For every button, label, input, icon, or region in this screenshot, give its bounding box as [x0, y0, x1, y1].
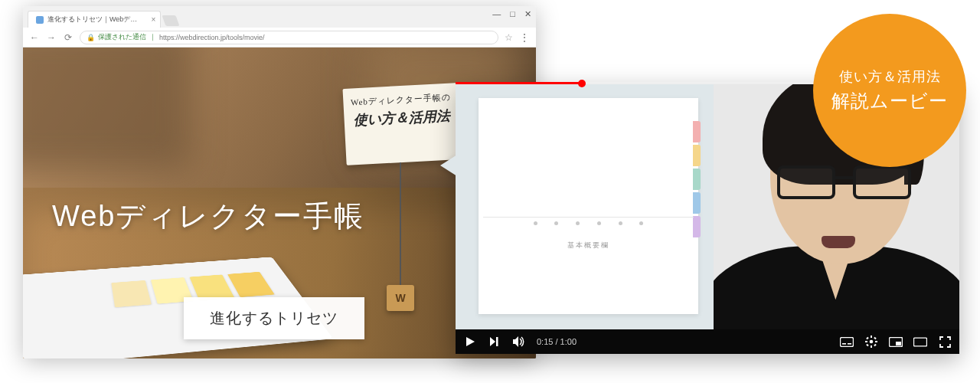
video-progress-played [456, 82, 582, 84]
url-field[interactable]: 🔒 保護された通信 ｜ https://webdirection.jp/tool… [80, 31, 498, 44]
memo-card: Webディレクター手帳の 使い方＆活用法 [342, 83, 461, 165]
page-divider [483, 217, 694, 218]
planner-tab [693, 216, 701, 237]
browser-titlebar: 進化するトリセツ｜Webデ… × — □ ✕ [23, 6, 536, 28]
settings-gear-icon[interactable] [864, 336, 878, 348]
theater-icon[interactable] [913, 337, 927, 347]
svg-rect-5 [842, 343, 846, 345]
lock-icon: 🔒 [87, 34, 95, 41]
promo-badge: 使い方＆活用法 解説ムービー [813, 14, 966, 167]
video-time: 0:15 / 1:00 [537, 337, 577, 346]
planner-tab [693, 145, 701, 166]
nav-forward-icon[interactable]: → [46, 32, 57, 43]
memo-card-line2: 使い方＆活用法 [350, 104, 453, 132]
nav-back-icon[interactable]: ← [29, 32, 40, 43]
planner-section-label: 基本概要欄 [479, 241, 698, 250]
play-icon[interactable] [463, 336, 477, 347]
svg-rect-18 [913, 338, 926, 346]
svg-rect-2 [496, 337, 498, 346]
secure-label: 保護された通信 [98, 32, 146, 42]
subtitle-banner[interactable]: 進化するトリセツ [184, 297, 364, 339]
video-controls: 0:15 / 1:00 [456, 329, 959, 354]
url-text: https://webdirection.jp/tools/movie/ [159, 34, 265, 41]
speech-tail [440, 155, 457, 176]
planner-tab [693, 192, 701, 214]
svg-point-7 [870, 340, 874, 344]
tab-close-icon[interactable]: × [152, 15, 156, 24]
separator: ｜ [149, 32, 156, 42]
svg-marker-1 [490, 337, 495, 346]
sticky-note [111, 280, 152, 307]
miniplayer-icon[interactable] [889, 337, 903, 347]
svg-rect-9 [871, 345, 872, 348]
svg-rect-17 [896, 342, 901, 345]
presenter-mouth [822, 236, 855, 248]
clip-stand-base [387, 285, 414, 311]
planner-tabs [693, 121, 701, 237]
video-left-panel: 基本概要欄 [456, 84, 714, 329]
nav-reload-icon[interactable]: ⟳ [63, 32, 74, 43]
window-controls: — □ ✕ [492, 9, 531, 19]
svg-rect-13 [874, 344, 877, 347]
volume-icon[interactable] [512, 336, 526, 347]
bg-blur [23, 47, 191, 170]
svg-rect-12 [866, 337, 869, 340]
tab-favicon [36, 16, 44, 24]
tab-title: 進化するトリセツ｜Webデ… [47, 15, 137, 25]
svg-marker-3 [513, 336, 518, 347]
svg-rect-15 [866, 344, 869, 347]
time-current: 0:15 [537, 337, 553, 346]
svg-rect-11 [875, 341, 877, 342]
clip-stand-rod [400, 162, 401, 289]
svg-rect-6 [848, 343, 851, 345]
bookmark-star-icon[interactable]: ☆ [505, 32, 513, 43]
binder-holes [534, 221, 644, 225]
window-maximize-icon[interactable]: □ [510, 9, 515, 19]
planner-tab [693, 121, 701, 142]
planner-tab [693, 169, 701, 190]
window-minimize-icon[interactable]: — [492, 9, 501, 19]
window-close-icon[interactable]: ✕ [524, 9, 531, 19]
address-bar: ← → ⟳ 🔒 保護された通信 ｜ https://webdirection.j… [23, 28, 536, 47]
fullscreen-icon[interactable] [938, 336, 952, 348]
hero-title: Webディレクター手帳 [52, 197, 364, 236]
planner-page: 基本概要欄 [479, 98, 698, 314]
captions-icon[interactable] [840, 337, 854, 347]
svg-rect-14 [874, 337, 877, 340]
svg-rect-4 [841, 337, 854, 346]
sticky-note [227, 272, 275, 297]
presenter-glasses [777, 165, 911, 201]
time-total: 1:00 [560, 337, 577, 346]
badge-line1: 使い方＆活用法 [839, 67, 941, 86]
badge-line2: 解説ムービー [831, 89, 948, 113]
browser-menu-icon[interactable]: ⋮ [519, 31, 530, 44]
svg-rect-8 [871, 336, 872, 338]
new-tab-button[interactable] [162, 15, 180, 26]
svg-marker-0 [466, 337, 475, 346]
next-icon[interactable] [488, 336, 501, 347]
svg-rect-10 [865, 341, 867, 342]
browser-tab[interactable]: 進化するトリセツ｜Webデ… × [28, 11, 161, 28]
